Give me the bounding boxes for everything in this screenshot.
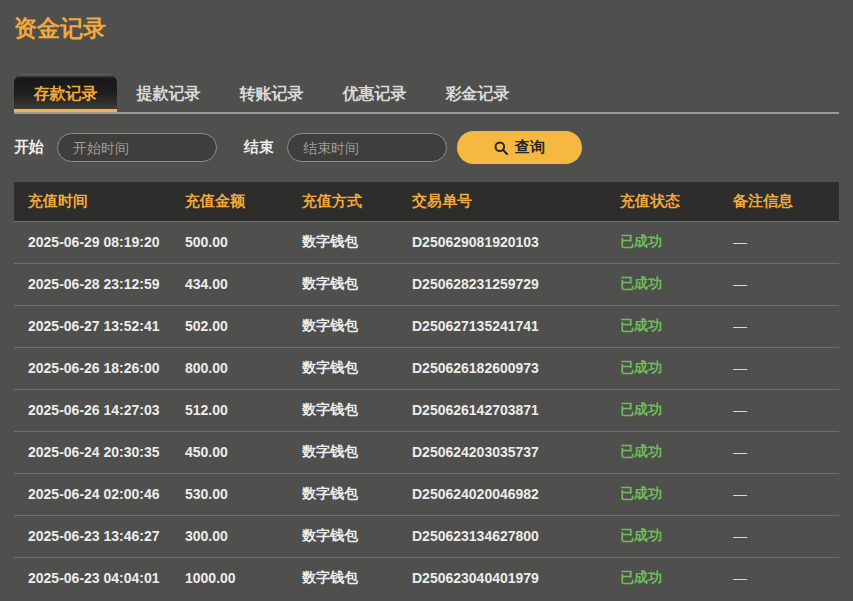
remark-cell: — bbox=[719, 221, 839, 263]
transaction-id-cell: D250623040401979 bbox=[398, 557, 606, 599]
transaction-id-cell: D250624020046982 bbox=[398, 473, 606, 515]
header-deposit-status: 充值状态 bbox=[606, 182, 719, 221]
deposit-status-cell: 已成功 bbox=[606, 473, 719, 515]
transaction-id-cell: D250627135241741 bbox=[398, 305, 606, 347]
deposit-method-cell: 数字钱包 bbox=[288, 431, 398, 473]
end-label: 结束 bbox=[244, 138, 274, 157]
table-row: 2025-06-27 13:52:41 502.00 数字钱包 D2506271… bbox=[14, 305, 839, 347]
table-row: 2025-06-23 04:04:01 1000.00 数字钱包 D250623… bbox=[14, 557, 839, 599]
page-title: 资金记录 bbox=[14, 13, 839, 43]
remark-cell: — bbox=[719, 515, 839, 557]
table-row: 2025-06-28 23:12:59 434.00 数字钱包 D2506282… bbox=[14, 263, 839, 305]
search-button[interactable]: 查询 bbox=[457, 131, 582, 164]
table-body: 2025-06-29 08:19:20 500.00 数字钱包 D2506290… bbox=[14, 221, 839, 599]
remark-cell: — bbox=[719, 305, 839, 347]
header-remark: 备注信息 bbox=[719, 182, 839, 221]
deposit-method-cell: 数字钱包 bbox=[288, 347, 398, 389]
deposit-time-cell: 2025-06-28 23:12:59 bbox=[14, 263, 171, 305]
search-button-label: 查询 bbox=[515, 138, 545, 157]
deposit-amount-cell: 450.00 bbox=[171, 431, 288, 473]
start-time-input[interactable] bbox=[57, 133, 217, 162]
deposit-amount-cell: 1000.00 bbox=[171, 557, 288, 599]
remark-cell: — bbox=[719, 263, 839, 305]
transaction-id-cell: D250626182600973 bbox=[398, 347, 606, 389]
deposit-status-cell: 已成功 bbox=[606, 305, 719, 347]
tab-bonus-records[interactable]: 彩金记录 bbox=[426, 74, 529, 112]
fund-records-page: 资金记录 存款记录 提款记录 转账记录 优惠记录 彩金记录 开始 结束 查询 充… bbox=[0, 13, 853, 599]
remark-cell: — bbox=[719, 473, 839, 515]
remark-cell: — bbox=[719, 557, 839, 599]
header-deposit-amount: 充值金额 bbox=[171, 182, 288, 221]
start-label: 开始 bbox=[14, 138, 44, 157]
deposit-amount-cell: 500.00 bbox=[171, 221, 288, 263]
header-transaction-id: 交易单号 bbox=[398, 182, 606, 221]
deposit-records-table: 充值时间 充值金额 充值方式 交易单号 充值状态 备注信息 2025-06-29… bbox=[14, 182, 839, 599]
table-row: 2025-06-26 14:27:03 512.00 数字钱包 D2506261… bbox=[14, 389, 839, 431]
deposit-time-cell: 2025-06-27 13:52:41 bbox=[14, 305, 171, 347]
deposit-method-cell: 数字钱包 bbox=[288, 263, 398, 305]
deposit-status-cell: 已成功 bbox=[606, 431, 719, 473]
deposit-time-cell: 2025-06-23 04:04:01 bbox=[14, 557, 171, 599]
end-time-input[interactable] bbox=[287, 133, 447, 162]
deposit-status-cell: 已成功 bbox=[606, 221, 719, 263]
deposit-status-cell: 已成功 bbox=[606, 557, 719, 599]
transaction-id-cell: D250624203035737 bbox=[398, 431, 606, 473]
deposit-amount-cell: 434.00 bbox=[171, 263, 288, 305]
deposit-time-cell: 2025-06-24 20:30:35 bbox=[14, 431, 171, 473]
deposit-method-cell: 数字钱包 bbox=[288, 515, 398, 557]
tab-transfer-records[interactable]: 转账记录 bbox=[220, 74, 323, 112]
table-row: 2025-06-23 13:46:27 300.00 数字钱包 D2506231… bbox=[14, 515, 839, 557]
table-row: 2025-06-24 02:00:46 530.00 数字钱包 D2506240… bbox=[14, 473, 839, 515]
transaction-id-cell: D250628231259729 bbox=[398, 263, 606, 305]
transaction-id-cell: D250629081920103 bbox=[398, 221, 606, 263]
deposit-time-cell: 2025-06-26 18:26:00 bbox=[14, 347, 171, 389]
tab-bar: 存款记录 提款记录 转账记录 优惠记录 彩金记录 bbox=[14, 74, 839, 114]
deposit-status-cell: 已成功 bbox=[606, 515, 719, 557]
search-icon bbox=[494, 141, 508, 155]
tab-promo-records[interactable]: 优惠记录 bbox=[323, 74, 426, 112]
remark-cell: — bbox=[719, 431, 839, 473]
deposit-amount-cell: 300.00 bbox=[171, 515, 288, 557]
table-row: 2025-06-29 08:19:20 500.00 数字钱包 D2506290… bbox=[14, 221, 839, 263]
tab-withdrawal-records[interactable]: 提款记录 bbox=[117, 74, 220, 112]
table-header: 充值时间 充值金额 充值方式 交易单号 充值状态 备注信息 bbox=[14, 182, 839, 221]
deposit-status-cell: 已成功 bbox=[606, 347, 719, 389]
tab-deposit-records[interactable]: 存款记录 bbox=[14, 74, 117, 112]
deposit-time-cell: 2025-06-26 14:27:03 bbox=[14, 389, 171, 431]
table-row: 2025-06-24 20:30:35 450.00 数字钱包 D2506242… bbox=[14, 431, 839, 473]
header-deposit-time: 充值时间 bbox=[14, 182, 171, 221]
deposit-method-cell: 数字钱包 bbox=[288, 221, 398, 263]
deposit-amount-cell: 800.00 bbox=[171, 347, 288, 389]
deposit-amount-cell: 502.00 bbox=[171, 305, 288, 347]
deposit-status-cell: 已成功 bbox=[606, 389, 719, 431]
deposit-method-cell: 数字钱包 bbox=[288, 305, 398, 347]
table-row: 2025-06-26 18:26:00 800.00 数字钱包 D2506261… bbox=[14, 347, 839, 389]
remark-cell: — bbox=[719, 389, 839, 431]
deposit-method-cell: 数字钱包 bbox=[288, 473, 398, 515]
deposit-status-cell: 已成功 bbox=[606, 263, 719, 305]
deposit-time-cell: 2025-06-23 13:46:27 bbox=[14, 515, 171, 557]
deposit-amount-cell: 512.00 bbox=[171, 389, 288, 431]
deposit-method-cell: 数字钱包 bbox=[288, 389, 398, 431]
deposit-time-cell: 2025-06-24 02:00:46 bbox=[14, 473, 171, 515]
header-deposit-method: 充值方式 bbox=[288, 182, 398, 221]
transaction-id-cell: D250626142703871 bbox=[398, 389, 606, 431]
remark-cell: — bbox=[719, 347, 839, 389]
deposit-amount-cell: 530.00 bbox=[171, 473, 288, 515]
deposit-method-cell: 数字钱包 bbox=[288, 557, 398, 599]
filter-bar: 开始 结束 查询 bbox=[14, 131, 839, 164]
deposit-time-cell: 2025-06-29 08:19:20 bbox=[14, 221, 171, 263]
transaction-id-cell: D250623134627800 bbox=[398, 515, 606, 557]
